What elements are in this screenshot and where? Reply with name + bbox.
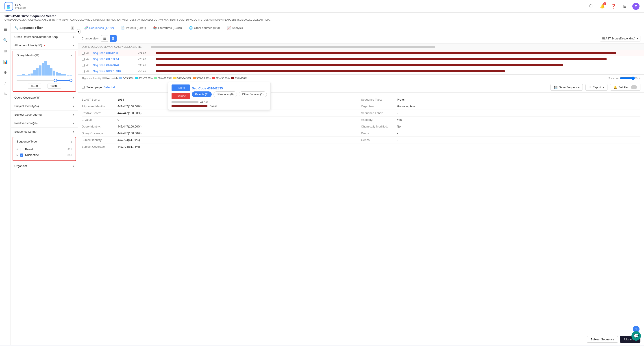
legend-95-96-color — [192, 77, 196, 79]
tab-patents[interactable]: 📄 Patents (3,941) — [118, 23, 150, 33]
exclude-btn[interactable]: Exclude — [172, 93, 190, 99]
row1-checkbox[interactable] — [82, 52, 84, 55]
row2-name[interactable]: Seq Code 431763651 — [93, 58, 138, 61]
refine-btn[interactable]: Refine — [172, 84, 190, 91]
row2-bar-fill — [156, 58, 606, 60]
sidebar-search-btn[interactable]: 🔍 — [2, 36, 9, 44]
notification-badge: 1 — [603, 2, 606, 5]
timer-icon: ⏱ — [589, 4, 593, 8]
align-id-dot: ● — [44, 44, 46, 47]
row3-bar — [156, 63, 640, 67]
set-alert-btn[interactable]: 🔔 Set Alert — [610, 84, 640, 90]
query-id-header[interactable]: Query Identity(%) — [13, 51, 76, 59]
bell-icon-btn[interactable]: 🔔 1 — [599, 3, 606, 10]
row3-name[interactable]: Seq Code 432623444 — [93, 64, 138, 67]
logo-icon — [4, 2, 13, 10]
range-min-input[interactable]: 80.00 — [28, 84, 41, 88]
timer-icon-btn[interactable]: ⏱ — [588, 3, 595, 10]
scale-plus[interactable]: + — [639, 77, 640, 79]
sidebar-menu-btn[interactable]: ☰ — [2, 26, 9, 33]
popup-tab-literatures[interactable]: Literatures (0) — [214, 91, 237, 97]
sidebar-filter-btn[interactable]: ⚙ — [2, 69, 9, 76]
row3-checkbox[interactable] — [82, 64, 84, 67]
seq-type-header[interactable]: Sequence Type — [13, 137, 76, 146]
row4-name[interactable]: Seq Code 1049015310 — [93, 70, 138, 73]
popup-tabs: Patents (1) Literatures (0) Other Source… — [192, 91, 267, 97]
cross-ref-chevron — [73, 35, 74, 38]
table-row[interactable]: #3 Seq Code 432623444 698 aa — [78, 62, 644, 68]
list-view-btn[interactable]: ☰ — [101, 35, 108, 42]
subj-id-header[interactable]: Subject Identity(%) — [11, 102, 78, 110]
scale-minus[interactable]: — — [616, 77, 618, 79]
popup-tab-patents[interactable]: Patents (1) — [192, 91, 212, 97]
chart-bar-8 — [36, 68, 38, 75]
tab-literatures[interactable]: 📚 Literatures (2,319) — [150, 23, 186, 33]
protein-checkbox[interactable] — [20, 148, 23, 151]
chat-float-btn[interactable]: 💬 — [632, 331, 641, 341]
nucleotide-expand-arrow[interactable]: ▶ — [16, 154, 18, 156]
help-icon-btn[interactable]: ❓ — [610, 3, 617, 10]
row1-name[interactable]: Seq Code 431642835 — [93, 51, 138, 55]
subj-cov-row: Subject Coverage: 447/724(61.75%) — [82, 143, 361, 150]
scale-slider[interactable] — [620, 76, 638, 80]
tab-analysis[interactable]: 📈 Analysis — [224, 23, 246, 33]
sidebar-chart-btn[interactable]: 📊 — [2, 58, 9, 65]
user-avatar[interactable]: C — [632, 3, 640, 10]
row2-checkbox[interactable] — [82, 58, 84, 61]
chart-bar-9 — [39, 65, 41, 75]
select-all-link[interactable]: Select all — [104, 86, 116, 89]
query-bar — [151, 45, 640, 49]
props-right: Sequence Type: Protein Organism: Homo sa… — [361, 96, 640, 150]
range-slider: 80.00 — 100.00 — [13, 77, 76, 91]
align-id-chevron — [73, 44, 74, 47]
tab-other-sources[interactable]: 🌐 Other sources (863) — [186, 23, 224, 33]
filter-collapse-btn[interactable]: ▲ — [71, 26, 74, 30]
range-fill — [56, 80, 71, 81]
seq-type-content: Protein 811 ▶ ✓ Nucleotide 351 — [13, 146, 76, 160]
row1-bar-fill — [156, 52, 616, 54]
chart-bar-7 — [33, 70, 36, 75]
sidebar-grid-btn[interactable]: ⊞ — [2, 47, 9, 54]
subj-cov-header[interactable]: Subject Coverage(%) — [11, 110, 78, 119]
save-sequence-btn[interactable]: 💾 Save Sequence — [550, 84, 583, 90]
legend-80-89: 80%-89.99% — [154, 77, 172, 79]
query-cov-header[interactable]: Query Coverage(%) — [11, 93, 78, 102]
organism-header[interactable]: Organism — [11, 162, 78, 170]
scale-label: Scale — [608, 77, 615, 79]
legend-0-59-color — [119, 77, 122, 79]
tab-sequences[interactable]: 🧬 Sequences (1,162) — [81, 23, 118, 33]
range-handle-max[interactable] — [69, 79, 72, 82]
filter-section-align-id: Alignment Identity(%) ● — [11, 41, 78, 50]
sidebar-share-btn[interactable]: ⇅ — [2, 90, 9, 97]
seq-len-header[interactable]: Sequence Length — [11, 127, 78, 136]
grid-icon-btn[interactable]: ⊞ — [621, 3, 628, 10]
table-row[interactable]: #1 Seq Code 431642835 724 aa — [78, 50, 644, 56]
row4-checkbox[interactable] — [82, 70, 84, 73]
export-btn[interactable]: ⬇ Export ▾ — [586, 84, 608, 90]
sidebar-star-btn[interactable]: ☆ — [2, 79, 9, 87]
range-max-input[interactable]: 100.00 — [48, 84, 61, 88]
table-row[interactable]: #2 Seq Code 431763651 723 aa — [78, 56, 644, 62]
cross-ref-header[interactable]: Cross Reference(Number of Seq) — [11, 33, 78, 41]
align-id-header[interactable]: Alignment Identity(%) ● — [11, 41, 78, 49]
alert-toggle[interactable] — [631, 85, 637, 89]
select-page-checkbox[interactable] — [82, 86, 84, 89]
chart-bar-10 — [42, 63, 44, 75]
range-handle-min[interactable] — [54, 79, 57, 82]
logo-text: Bio by patsnap — [15, 3, 26, 9]
filter-icon: 🔧 — [14, 26, 18, 29]
pos-score-header[interactable]: Positive Score(%) — [11, 119, 78, 127]
popup-tab-other-sources[interactable]: Other Sources (1) — [239, 91, 267, 97]
popup-seq-code[interactable]: Seq Code 431642835 — [192, 86, 267, 90]
range-values: 80.00 — 100.00 — [16, 83, 72, 89]
sort-select[interactable]: BLAST Score (Descending) ▾ — [600, 36, 640, 41]
book-icon: 📚 — [153, 26, 157, 29]
subject-seq-btn[interactable]: Subject Sequence — [587, 336, 618, 343]
filter-panel: 🔧 Sequence Filter ▲ Cross Reference(Numb… — [11, 23, 78, 345]
grid-view-btn[interactable]: ⊞ — [110, 35, 116, 42]
nucleotide-checkbox[interactable]: ✓ — [20, 153, 23, 157]
chart-icon: 📈 — [227, 26, 231, 29]
props-grid: BLAST Score: 1084 Alignment Identity: 44… — [82, 96, 640, 150]
popup-query-bar — [172, 101, 198, 103]
table-row[interactable]: #4 Seq Code 1049015310 758 aa — [78, 68, 644, 74]
